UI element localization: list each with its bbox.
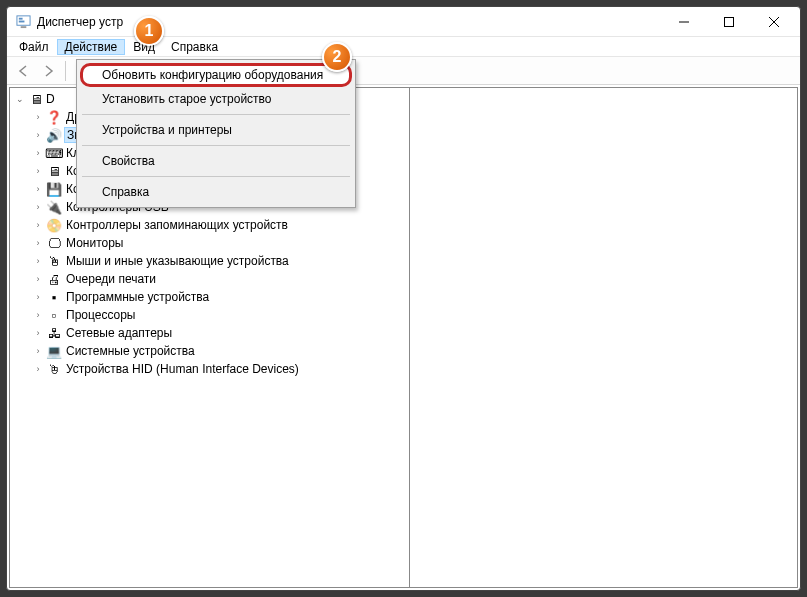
expand-icon[interactable]: ›	[32, 183, 44, 195]
menubar: Файл Действие Вид Справка	[7, 37, 800, 57]
tree-item-label: Устройства HID (Human Interface Devices)	[64, 362, 301, 376]
expand-icon[interactable]: ›	[32, 129, 44, 141]
tree-item[interactable]: ›🖨Очереди печати	[10, 270, 409, 288]
tree-item-label: Программные устройства	[64, 290, 211, 304]
expand-icon[interactable]: ›	[32, 201, 44, 213]
device-category-icon: 🖥	[46, 163, 62, 179]
tree-item[interactable]: ›🖧Сетевые адаптеры	[10, 324, 409, 342]
device-category-icon: 💾	[46, 181, 62, 197]
collapse-icon[interactable]: ⌄	[14, 93, 26, 105]
separator	[65, 61, 66, 81]
device-category-icon: 🖵	[46, 235, 62, 251]
expand-icon[interactable]: ›	[32, 309, 44, 321]
menu-add-legacy[interactable]: Установить старое устройство	[80, 87, 352, 111]
tree-item-label: Контроллеры запоминающих устройств	[64, 218, 290, 232]
computer-icon: 🖥	[28, 91, 44, 107]
tree-item[interactable]: ›🖰Устройства HID (Human Interface Device…	[10, 360, 409, 378]
root-label: D	[46, 92, 55, 106]
menu-devices-printers[interactable]: Устройства и принтеры	[80, 118, 352, 142]
menu-scan-hardware[interactable]: Обновить конфигурацию оборудования	[80, 63, 352, 87]
expand-icon[interactable]: ›	[32, 219, 44, 231]
device-category-icon: 🖰	[46, 361, 62, 377]
expand-icon[interactable]: ›	[32, 255, 44, 267]
expand-icon[interactable]: ›	[32, 111, 44, 123]
menu-help[interactable]: Справка	[80, 180, 352, 204]
svg-rect-2	[18, 21, 24, 23]
device-category-icon: 📀	[46, 217, 62, 233]
menu-separator	[82, 145, 350, 146]
device-category-icon: ▫	[46, 307, 62, 323]
device-category-icon: ▪	[46, 289, 62, 305]
tree-item-label: Мыши и иные указывающие устройства	[64, 254, 291, 268]
expand-icon[interactable]: ›	[32, 327, 44, 339]
tree-item[interactable]: ›▫Процессоры	[10, 306, 409, 324]
device-category-icon: ⌨	[46, 145, 62, 161]
device-category-icon: ❓	[46, 109, 62, 125]
expand-icon[interactable]: ›	[32, 147, 44, 159]
expand-icon[interactable]: ›	[32, 165, 44, 177]
tree-item[interactable]: ›🖱Мыши и иные указывающие устройства	[10, 252, 409, 270]
tree-item-label: Сетевые адаптеры	[64, 326, 174, 340]
svg-rect-1	[18, 18, 22, 20]
window-title: Диспетчер устр	[37, 15, 661, 29]
tree-item-label: Очереди печати	[64, 272, 158, 286]
titlebar: Диспетчер устр	[7, 7, 800, 37]
annotation-2: 2	[322, 42, 352, 72]
svg-rect-3	[20, 26, 26, 28]
back-button[interactable]	[11, 59, 35, 83]
device-category-icon: 🔌	[46, 199, 62, 215]
expand-icon[interactable]: ›	[32, 291, 44, 303]
forward-button[interactable]	[37, 59, 61, 83]
tree-item[interactable]: ›📀Контроллеры запоминающих устройств	[10, 216, 409, 234]
detail-pane	[410, 88, 797, 587]
device-category-icon: 🖱	[46, 253, 62, 269]
device-category-icon: 🖧	[46, 325, 62, 341]
svg-rect-5	[724, 17, 733, 26]
expand-icon[interactable]: ›	[32, 363, 44, 375]
device-category-icon: 🔊	[46, 127, 62, 143]
minimize-button[interactable]	[661, 8, 706, 36]
maximize-button[interactable]	[706, 8, 751, 36]
action-menu-dropdown: Обновить конфигурацию оборудования Устан…	[76, 59, 356, 208]
expand-icon[interactable]: ›	[32, 345, 44, 357]
menu-properties[interactable]: Свойства	[80, 149, 352, 173]
close-button[interactable]	[751, 8, 796, 36]
tree-item[interactable]: ›💻Системные устройства	[10, 342, 409, 360]
menu-separator	[82, 114, 350, 115]
tree-item[interactable]: ›▪Программные устройства	[10, 288, 409, 306]
menu-file[interactable]: Файл	[11, 39, 57, 55]
device-category-icon: 🖨	[46, 271, 62, 287]
app-icon	[15, 14, 31, 30]
menu-separator	[82, 176, 350, 177]
tree-item[interactable]: ›🖵Мониторы	[10, 234, 409, 252]
expand-icon[interactable]: ›	[32, 273, 44, 285]
menu-action[interactable]: Действие	[57, 39, 126, 55]
device-category-icon: 💻	[46, 343, 62, 359]
annotation-1: 1	[134, 16, 164, 46]
tree-item-label: Мониторы	[64, 236, 125, 250]
tree-item-label: Системные устройства	[64, 344, 197, 358]
tree-item-label: Процессоры	[64, 308, 138, 322]
menu-help[interactable]: Справка	[163, 39, 226, 55]
expand-icon[interactable]: ›	[32, 237, 44, 249]
window-controls	[661, 8, 796, 36]
